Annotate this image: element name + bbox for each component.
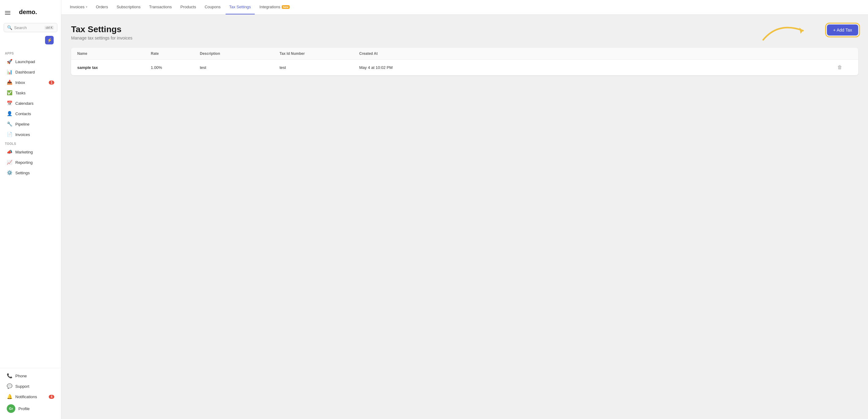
apps-section-label: Apps [0, 49, 61, 56]
dashboard-icon: 📊 [7, 69, 12, 75]
sidebar-item-label: Phone [15, 374, 27, 378]
inbox-badge: 1 [49, 80, 54, 85]
sidebar-item-contacts[interactable]: 👤 Contacts [2, 108, 59, 119]
nav-item-subscriptions[interactable]: Subscriptions [113, 0, 144, 14]
sidebar-item-label: Marketing [15, 150, 33, 154]
reporting-icon: 📈 [7, 160, 12, 165]
table-row: sample tax 1.00% test test May 4 at 10:0… [71, 60, 858, 75]
nav-item-integrations[interactable]: Integrations New [256, 0, 293, 14]
sidebar-item-calendars[interactable]: 📅 Calendars [2, 98, 59, 108]
sidebar-item-label: Notifications [15, 394, 37, 399]
sidebar-item-reporting[interactable]: 📈 Reporting [2, 157, 59, 167]
sidebar-item-notifications[interactable]: 🔔 Notifications 4 [2, 391, 59, 402]
avatar: Gr [7, 404, 15, 413]
sidebar-item-label: Tasks [15, 91, 25, 95]
flash-button[interactable]: ⚡ [45, 36, 54, 44]
sidebar-item-settings[interactable]: ⚙️ Settings [2, 167, 59, 178]
sidebar-item-label: Settings [15, 171, 30, 175]
col-header-tax-id: Tax Id Number [280, 52, 359, 56]
content-area: Tax Settings Manage tax settings for inv… [61, 15, 868, 419]
col-header-name: Name [77, 52, 151, 56]
col-header-created-at: Created At [359, 52, 837, 56]
sidebar-item-inbox[interactable]: 📥 Inbox 1 [2, 77, 59, 88]
cell-name: sample tax [77, 65, 151, 70]
add-tax-button[interactable]: + Add Tax [827, 25, 858, 35]
arrow-annotation [754, 19, 815, 46]
search-bar[interactable]: 🔍 Search ctrl K [4, 23, 57, 32]
sidebar-item-label: Dashboard [15, 70, 35, 74]
svg-marker-0 [799, 28, 803, 34]
search-shortcut: ctrl K [44, 26, 54, 30]
nav-item-orders[interactable]: Orders [92, 0, 112, 14]
tools-section-label: Tools [0, 140, 61, 147]
cell-description: test [200, 65, 280, 70]
sidebar-item-label: Calendars [15, 101, 33, 106]
support-icon: 💬 [7, 384, 12, 389]
page-header-text: Tax Settings Manage tax settings for inv… [71, 25, 132, 40]
sidebar-item-launchpad[interactable]: 🚀 Launchpad [2, 56, 59, 67]
page-title: Tax Settings [71, 25, 132, 34]
cell-created-at: May 4 at 10:02 PM [359, 65, 837, 70]
notifications-badge: 4 [49, 395, 54, 399]
calendars-icon: 📅 [7, 100, 12, 106]
cell-rate: 1.00% [151, 65, 200, 70]
marketing-icon: 📣 [7, 149, 12, 155]
sidebar-item-label: Profile [19, 407, 30, 411]
tasks-icon: ✅ [7, 90, 12, 96]
app-logo: demo. [14, 6, 42, 19]
tax-table: Name Rate Description Tax Id Number Crea… [71, 48, 858, 75]
sidebar-item-invoices[interactable]: 📄 Invoices [2, 129, 59, 140]
nav-item-products[interactable]: Products [177, 0, 199, 14]
sidebar-item-phone[interactable]: 📞 Phone [2, 370, 59, 381]
pipeline-icon: 🔧 [7, 121, 12, 127]
delete-button[interactable]: 🗑 [837, 65, 842, 70]
sidebar-item-profile[interactable]: Gr Profile [2, 402, 59, 415]
search-label: Search [14, 25, 42, 30]
table-header: Name Rate Description Tax Id Number Crea… [71, 48, 858, 60]
launchpad-icon: 🚀 [7, 59, 12, 64]
phone-icon: 📞 [7, 373, 12, 379]
sidebar-item-marketing[interactable]: 📣 Marketing [2, 147, 59, 157]
page-subtitle: Manage tax settings for invoices [71, 35, 132, 40]
sidebar-item-support[interactable]: 💬 Support [2, 381, 59, 391]
menu-toggle-button[interactable] [4, 10, 12, 16]
nav-item-coupons[interactable]: Coupons [201, 0, 224, 14]
nav-item-tax-settings[interactable]: Tax Settings [225, 0, 255, 14]
sidebar-bottom: 📞 Phone 💬 Support 🔔 Notifications 4 Gr P… [0, 368, 61, 415]
sidebar-item-pipeline[interactable]: 🔧 Pipeline [2, 119, 59, 129]
search-icon: 🔍 [7, 25, 12, 30]
cell-tax-id-number: test [280, 65, 359, 70]
inbox-icon: 📥 [7, 79, 12, 85]
sidebar-item-tasks[interactable]: ✅ Tasks [2, 88, 59, 98]
sidebar-item-label: Contacts [15, 111, 31, 116]
top-nav: Invoices ▾ Orders Subscriptions Transact… [61, 0, 868, 15]
page-header: Tax Settings Manage tax settings for inv… [71, 25, 858, 40]
sidebar-item-dashboard[interactable]: 📊 Dashboard [2, 67, 59, 77]
invoices-icon: 📄 [7, 132, 12, 137]
nav-item-invoices[interactable]: Invoices ▾ [66, 0, 91, 14]
sidebar-item-label: Launchpad [15, 59, 35, 64]
cell-actions: 🗑 [837, 65, 852, 70]
col-header-rate: Rate [151, 52, 200, 56]
col-header-actions [837, 52, 852, 56]
nav-item-transactions[interactable]: Transactions [145, 0, 175, 14]
new-badge: New [282, 5, 290, 9]
chevron-down-icon: ▾ [86, 5, 87, 8]
notifications-icon: 🔔 [7, 394, 12, 399]
sidebar-item-label: Inbox [15, 80, 25, 85]
settings-icon: ⚙️ [7, 170, 12, 175]
sidebar-item-label: Support [15, 384, 29, 389]
sidebar-item-label: Pipeline [15, 122, 29, 127]
sidebar: demo. 🔍 Search ctrl K ⚡ Apps 🚀 Launchpad… [0, 0, 61, 419]
main-area: Invoices ▾ Orders Subscriptions Transact… [61, 0, 868, 419]
col-header-description: Description [200, 52, 280, 56]
sidebar-item-label: Invoices [15, 132, 30, 137]
contacts-icon: 👤 [7, 111, 12, 117]
sidebar-item-label: Reporting [15, 160, 32, 165]
